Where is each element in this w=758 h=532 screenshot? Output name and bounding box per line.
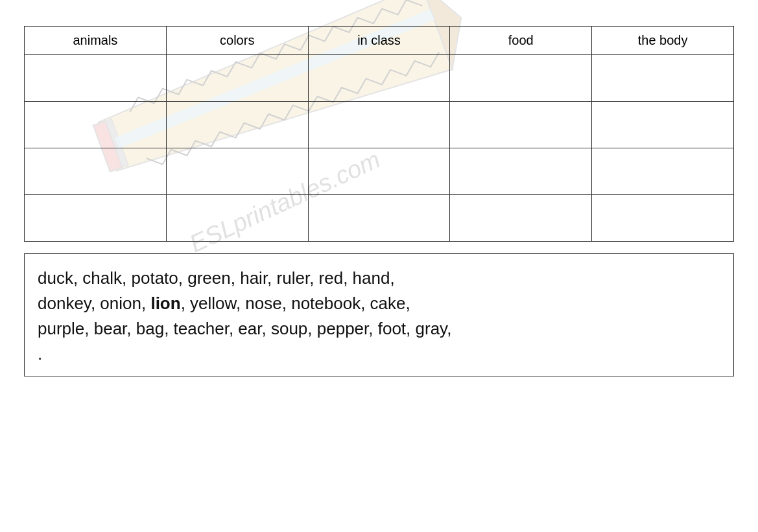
table-row — [25, 195, 734, 242]
cell-r3-body — [592, 148, 734, 195]
cell-r3-food — [450, 148, 592, 195]
cell-r1-food — [450, 55, 592, 102]
cell-r4-colors — [166, 195, 308, 242]
header-animals: animals — [25, 27, 167, 55]
cell-r1-animals — [25, 55, 167, 102]
table-row — [25, 148, 734, 195]
header-in-class: in class — [308, 27, 450, 55]
word-bank-text: duck, chalk, potato, green, hair, ruler,… — [38, 266, 720, 367]
cell-r4-animals — [25, 195, 167, 242]
cell-r2-body — [592, 102, 734, 148]
table-header-row: animals colors in class food the body — [25, 27, 734, 55]
cell-r3-animals — [25, 148, 167, 195]
cell-r1-colors — [166, 55, 308, 102]
cell-r2-inclass — [308, 102, 450, 148]
table-row — [25, 55, 734, 102]
header-food: food — [450, 27, 592, 55]
cell-r2-colors — [166, 102, 308, 148]
cell-r1-body — [592, 55, 734, 102]
cell-r2-animals — [25, 102, 167, 148]
classification-table: animals colors in class food the body — [24, 26, 734, 242]
header-the-body: the body — [592, 27, 734, 55]
cell-r4-body — [592, 195, 734, 242]
bold-word-lion: lion — [150, 294, 180, 313]
cell-r3-inclass — [308, 148, 450, 195]
page-container: animals colors in class food the body — [0, 0, 758, 532]
cell-r2-food — [450, 102, 592, 148]
cell-r1-inclass — [308, 55, 450, 102]
header-colors: colors — [166, 27, 308, 55]
cell-r4-inclass — [308, 195, 450, 242]
cell-r4-food — [450, 195, 592, 242]
word-bank: duck, chalk, potato, green, hair, ruler,… — [24, 253, 734, 376]
table-row — [25, 102, 734, 148]
cell-r3-colors — [166, 148, 308, 195]
